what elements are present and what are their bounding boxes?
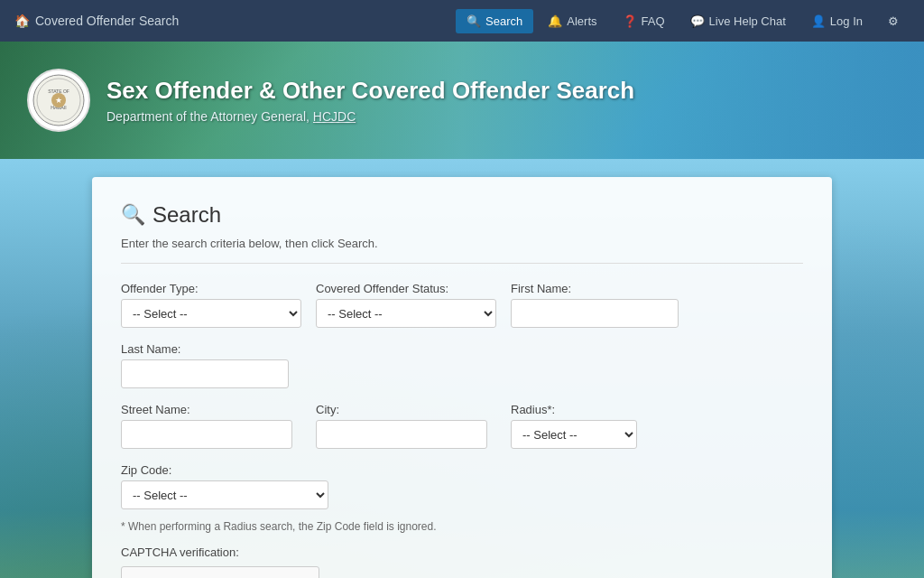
captcha-section: CAPTCHA verification: I'm not a robot ♻ …	[121, 545, 803, 578]
zipcode-label: Zip Code:	[121, 463, 328, 477]
hero-subtitle: Department of the Attorney General, HCJD…	[106, 109, 634, 124]
covered-status-label: Covered Offender Status:	[316, 282, 496, 295]
radius-select[interactable]: -- Select --	[511, 420, 637, 449]
search-card-icon: 🔍	[121, 203, 145, 227]
nav-search[interactable]: 🔍 Search	[456, 9, 533, 33]
form-group-street: Street Name:	[121, 403, 301, 449]
search-nav-icon: 🔍	[467, 14, 481, 28]
city-label: City:	[316, 403, 496, 416]
form-group-first-name: First Name:	[511, 282, 679, 328]
alerts-icon: 🔔	[548, 14, 562, 28]
form-group-offender-type: Offender Type: -- Select --	[121, 282, 301, 328]
recaptcha-icon: ♻	[269, 573, 291, 579]
form-group-radius: Radius*: -- Select --	[511, 403, 637, 449]
covered-status-select[interactable]: -- Select --	[316, 299, 496, 328]
user-icon: 👤	[811, 14, 826, 28]
nav-search-label: Search	[485, 14, 522, 28]
search-card-title-text: Search	[152, 202, 221, 228]
state-seal: STATE OF HAWAII ★	[27, 69, 90, 132]
nav-alerts-label: Alerts	[567, 14, 596, 28]
search-card: 🔍 Search Enter the search criteria below…	[92, 177, 832, 578]
hero-subtitle-link[interactable]: HCJDC	[313, 109, 356, 124]
radius-note: * When performing a Radius search, the Z…	[121, 520, 803, 533]
form-group-last-name: Last Name:	[121, 342, 289, 388]
search-card-title: 🔍 Search	[121, 202, 803, 228]
hero-text-block: Sex Offender & Other Covered Offender Se…	[106, 77, 634, 123]
offender-type-label: Offender Type:	[121, 282, 301, 295]
city-input[interactable]	[316, 420, 487, 449]
nav-live-help-label: Live Help Chat	[709, 14, 786, 28]
navbar-right: 🔍 Search 🔔 Alerts ❓ FAQ 💬 Live Help Chat…	[456, 9, 910, 33]
last-name-input[interactable]	[121, 359, 289, 388]
offender-type-select[interactable]: -- Select --	[121, 299, 301, 328]
nav-settings[interactable]: ⚙	[877, 9, 910, 33]
form-group-zipcode: Zip Code: -- Select --	[121, 463, 328, 509]
street-name-label: Street Name:	[121, 403, 301, 416]
hero-subtitle-text: Department of the Attorney General,	[106, 109, 310, 124]
navbar-brand: 🏠 Covered Offender Search	[14, 14, 179, 28]
nav-faq[interactable]: ❓ FAQ	[612, 9, 676, 33]
nav-login-label: Log In	[830, 14, 863, 28]
street-name-input[interactable]	[121, 420, 292, 449]
svg-text:★: ★	[55, 96, 62, 105]
form-row-2: Street Name: City: Radius*: -- Select --…	[121, 403, 803, 509]
zipcode-select[interactable]: -- Select --	[121, 480, 328, 509]
search-instruction: Enter the search criteria below, then cl…	[121, 237, 803, 264]
form-group-city: City:	[316, 403, 496, 449]
navbar: 🏠 Covered Offender Search 🔍 Search 🔔 Ale…	[0, 0, 924, 42]
hero-banner: STATE OF HAWAII ★ Sex Offender & Other C…	[0, 42, 924, 159]
nav-alerts[interactable]: 🔔 Alerts	[537, 9, 607, 33]
faq-icon: ❓	[623, 14, 637, 28]
home-icon: 🏠	[14, 14, 30, 28]
nav-faq-label: FAQ	[642, 14, 665, 28]
last-name-label: Last Name:	[121, 342, 289, 356]
first-name-label: First Name:	[511, 282, 679, 295]
gear-icon: ⚙	[888, 14, 899, 28]
hero-title: Sex Offender & Other Covered Offender Se…	[106, 77, 634, 105]
content-background: 🔍 Search Enter the search criteria below…	[0, 159, 924, 578]
nav-live-help[interactable]: 💬 Live Help Chat	[679, 9, 797, 33]
navbar-brand-label: Covered Offender Search	[35, 14, 179, 28]
first-name-input[interactable]	[511, 299, 679, 328]
content-area: 🔍 Search Enter the search criteria below…	[0, 177, 924, 578]
captcha-logo: ♻ reCAPTCHA Privacy - Terms	[252, 573, 308, 579]
form-group-covered-status: Covered Offender Status: -- Select --	[316, 282, 496, 328]
form-row-1: Offender Type: -- Select -- Covered Offe…	[121, 282, 803, 388]
captcha-box: I'm not a robot ♻ reCAPTCHA Privacy - Te…	[121, 566, 319, 578]
chat-icon: 💬	[690, 14, 705, 28]
radius-label: Radius*:	[511, 403, 637, 416]
nav-login[interactable]: 👤 Log In	[800, 9, 873, 33]
captcha-label: CAPTCHA verification:	[121, 545, 803, 559]
